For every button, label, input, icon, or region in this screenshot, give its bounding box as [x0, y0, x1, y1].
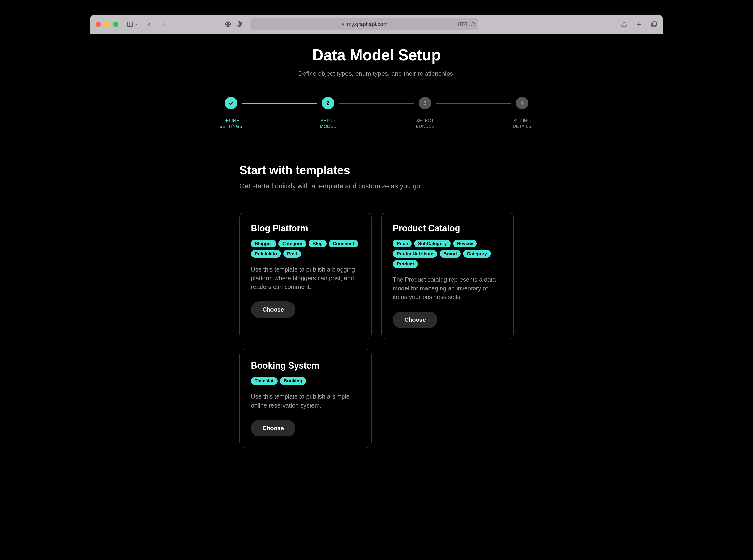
tag: Booking	[280, 377, 306, 385]
tag: Price	[393, 240, 412, 247]
page-subtitle: Define object types, enum types, and the…	[90, 70, 663, 77]
step-label: SELECT	[416, 118, 434, 123]
step-connector	[242, 103, 317, 104]
card-tags: Blogger Category Blog Comment PublicInfo…	[251, 240, 360, 258]
chevron-down-icon[interactable]	[135, 22, 138, 26]
choose-button[interactable]: Choose	[393, 312, 437, 328]
check-icon	[225, 97, 237, 109]
template-card-booking-system: Booking System Timeslot Booking Use this…	[240, 349, 372, 448]
step-label: SETTINGS	[220, 123, 242, 129]
sidebar-toggle-icon[interactable]	[127, 21, 134, 28]
tag: PublicInfo	[251, 250, 281, 258]
step-number: 3	[419, 97, 431, 109]
card-tags: Price SubCategory Review ProductAttribut…	[393, 240, 502, 268]
svg-rect-0	[128, 22, 133, 27]
shield-icon[interactable]	[236, 21, 243, 28]
minimize-window-button[interactable]	[104, 22, 110, 27]
step-label: DEFINE	[220, 118, 242, 123]
card-title: Product Catalog	[393, 223, 502, 234]
tag: ProductAttribute	[393, 250, 437, 258]
step-billing-details[interactable]: 4 BILLING DETAILS	[511, 97, 533, 129]
step-connector	[339, 103, 414, 104]
svg-text:A: A	[464, 23, 466, 26]
share-button[interactable]	[620, 21, 627, 28]
step-label: SETUP	[320, 118, 336, 123]
card-description: The Product catalog represents a data mo…	[393, 275, 502, 302]
template-card-product-catalog: Product Catalog Price SubCategory Review…	[381, 212, 513, 340]
section-subtitle: Get started quickly with a template and …	[240, 182, 513, 190]
tag: Blog	[309, 240, 327, 247]
lock-icon	[341, 22, 345, 26]
card-description: Use this template to publish a blogging …	[251, 265, 360, 292]
tag: Brand	[440, 250, 461, 258]
stepper: DEFINE SETTINGS 2 SETUP MODEL 3 SE	[90, 97, 663, 129]
new-tab-button[interactable]	[636, 21, 643, 28]
tag: Product	[393, 260, 418, 268]
page-content: Data Model Setup Define object types, en…	[90, 34, 663, 448]
section-title: Start with templates	[240, 163, 513, 177]
step-label: DETAILS	[513, 123, 531, 129]
browser-toolbar: my.graphapi.com あA	[90, 15, 663, 34]
card-title: Blog Platform	[251, 223, 360, 234]
close-window-button[interactable]	[96, 22, 101, 27]
template-cards: Blog Platform Blogger Category Blog Comm…	[240, 212, 513, 448]
step-number: 4	[516, 97, 528, 109]
card-title: Booking System	[251, 361, 360, 371]
tag: Review	[453, 240, 477, 247]
forward-button[interactable]	[160, 21, 167, 28]
tag: Category	[463, 250, 491, 258]
card-description: Use this template to publish a simple on…	[251, 392, 360, 410]
reload-button[interactable]	[470, 22, 475, 27]
svg-text:あ: あ	[460, 23, 462, 26]
tag: Comment	[329, 240, 358, 247]
choose-button[interactable]: Choose	[251, 420, 296, 437]
globe-icon[interactable]	[225, 21, 231, 28]
window-controls	[96, 22, 118, 27]
url-text: my.graphapi.com	[347, 21, 387, 27]
step-connector	[436, 103, 511, 104]
page-title: Data Model Setup	[90, 46, 663, 64]
step-label: BUNDLE	[416, 123, 434, 129]
svg-rect-11	[653, 22, 656, 26]
back-button[interactable]	[146, 21, 153, 28]
step-setup-model[interactable]: 2 SETUP MODEL	[317, 97, 339, 129]
svg-rect-3	[342, 24, 344, 25]
card-tags: Timeslot Booking	[251, 377, 360, 385]
tag: SubCategory	[414, 240, 450, 247]
reader-icon[interactable]: あA	[459, 22, 467, 27]
tag: Blogger	[251, 240, 276, 247]
step-number: 2	[322, 97, 334, 109]
tag: Post	[283, 250, 301, 258]
tag: Timeslot	[251, 377, 278, 385]
maximize-window-button[interactable]	[113, 22, 118, 27]
tag: Category	[279, 240, 306, 247]
choose-button[interactable]: Choose	[251, 301, 296, 318]
step-label: BILLING	[513, 118, 531, 123]
step-select-bundle[interactable]: 3 SELECT BUNDLE	[414, 97, 436, 129]
template-card-blog-platform: Blog Platform Blogger Category Blog Comm…	[240, 212, 372, 340]
step-define-settings[interactable]: DEFINE SETTINGS	[220, 97, 242, 129]
browser-window: my.graphapi.com あA Data Model	[90, 15, 663, 448]
tabs-overview-button[interactable]	[651, 21, 657, 28]
url-bar[interactable]: my.graphapi.com あA	[250, 18, 479, 30]
step-label: MODEL	[320, 123, 336, 129]
